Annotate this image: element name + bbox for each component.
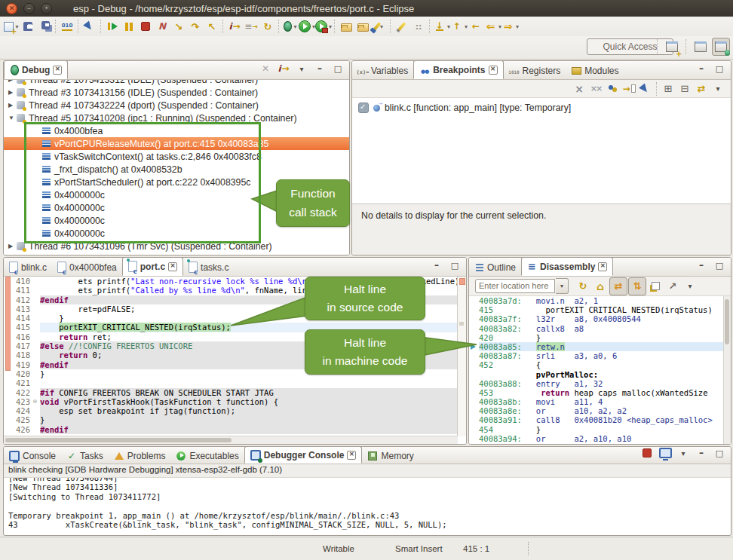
mark-occurrences-button[interactable] xyxy=(394,18,410,35)
overview-ruler[interactable] xyxy=(457,277,466,436)
fold-marker-icon[interactable] xyxy=(33,323,40,332)
instruction-stepping-button[interactable] xyxy=(226,18,243,35)
open-perspective-button[interactable] xyxy=(664,38,680,55)
terminate-button[interactable] xyxy=(639,446,655,461)
debug-tree-row[interactable]: ▼ Thread #5 1073410208 (ipc1 : Running) … xyxy=(4,112,349,124)
debug-tree-row[interactable]: ▶ Thread #4 1073432224 (dport) (Suspende… xyxy=(4,99,349,112)
resume-button[interactable] xyxy=(104,18,121,35)
disassembly-line[interactable]: pvPortMalloc: xyxy=(469,370,731,379)
code-line[interactable]: 421 xyxy=(4,378,466,387)
disassembly-line[interactable]: 40083a8e: or a10, a2, a2 xyxy=(469,406,731,415)
fold-marker-icon[interactable] xyxy=(33,304,40,314)
new-wizard-button[interactable] xyxy=(3,18,20,35)
step-return-button[interactable] xyxy=(204,18,220,35)
disassembly-line[interactable]: 40083a88: entry a1, 32 xyxy=(469,379,731,388)
code-line[interactable]: 422 #if CONFIG_FREERTOS_BREAK_ON_SCHEDUL… xyxy=(4,388,466,397)
view-menu-button[interactable] xyxy=(682,278,698,295)
minimize-view-button[interactable] xyxy=(693,446,710,461)
view-menu-button[interactable] xyxy=(293,60,310,77)
open-element-button[interactable] xyxy=(354,18,371,35)
resume-at-line-button[interactable] xyxy=(259,18,276,35)
code-line[interactable]: 419 #endif xyxy=(4,360,466,369)
tab-blink-c[interactable]: blink.c ✕ xyxy=(4,259,52,276)
code-line[interactable]: 412 #endif xyxy=(4,295,466,304)
debug-tree-row[interactable]: 0x4000000c xyxy=(4,188,349,201)
debug-tree-row[interactable]: xPortStartScheduler() at port.c:222 0x40… xyxy=(4,176,349,188)
external-tools-button[interactable] xyxy=(315,18,332,35)
expand-all-button[interactable] xyxy=(660,81,676,97)
debug-tree-row[interactable]: vPortCPUReleaseMutex() at port.c:415 0x4… xyxy=(4,137,349,150)
disassembly-line[interactable]: 452 { xyxy=(469,360,731,369)
code-line[interactable]: 410 ets_printf("Last non-recursive lock … xyxy=(4,277,466,286)
previous-edit-button[interactable] xyxy=(468,18,484,35)
code-line[interactable]: 426 #endif xyxy=(4,425,466,434)
close-icon[interactable]: ✕ xyxy=(489,66,498,75)
code-line[interactable]: 418 return 0; xyxy=(4,350,466,360)
tab-outline[interactable]: Outline ✕ xyxy=(469,259,521,276)
minimize-view-button[interactable] xyxy=(311,60,328,77)
debug-tree-row[interactable]: 0x4000000c xyxy=(4,214,349,227)
breakpoint-checkbox[interactable] xyxy=(358,103,369,113)
debug-button[interactable] xyxy=(282,18,299,35)
code-line[interactable]: 413 ret=pdFALSE; xyxy=(4,304,466,314)
close-icon[interactable]: ✕ xyxy=(53,66,62,75)
show-breakpoints-for-selection-button[interactable] xyxy=(604,81,621,97)
location-input[interactable]: Enter location here xyxy=(475,279,555,293)
next-annotation-button[interactable] xyxy=(450,18,468,35)
fold-marker-icon[interactable] xyxy=(33,369,40,378)
debug-tree-row[interactable]: vTaskSwitchContext() at tasks.c:2,846 0x… xyxy=(4,150,349,163)
search-button[interactable] xyxy=(371,18,388,35)
code-line[interactable]: 423 void vPortFirstTaskHook(TaskFunction… xyxy=(4,397,466,406)
console-list-button[interactable] xyxy=(675,446,692,461)
code-line[interactable]: 411 ets_printf("Called by %s line %d\n",… xyxy=(4,286,466,295)
disassembly-line[interactable]: 415 portEXIT_CRITICAL_NESTED(irqStatus) xyxy=(469,305,731,314)
fold-marker-icon[interactable] xyxy=(33,425,40,434)
forward-button[interactable] xyxy=(501,18,519,35)
twisty-icon[interactable]: ▶ xyxy=(8,243,17,249)
save-all-button[interactable] xyxy=(36,18,53,35)
tab-breakpoints[interactable]: Breakpoints ✕ xyxy=(413,61,503,79)
fold-marker-icon[interactable] xyxy=(33,378,40,387)
skip-all-breakpoints-button[interactable] xyxy=(81,18,98,35)
tab-modules[interactable]: Modules ✕ xyxy=(566,62,624,79)
disassembly-listing[interactable]: 40083a7d: movi.n a2, 1 415 portEXIT_CRIT… xyxy=(469,296,731,444)
debug-tree-row[interactable]: 0x4000000c xyxy=(4,201,349,214)
tab-executables[interactable]: Executables ✕ xyxy=(170,448,244,464)
code-line[interactable]: 424 esp_set_breakpoint_if_jtag(function)… xyxy=(4,406,466,415)
new-project-button[interactable] xyxy=(338,18,354,35)
minimize-view-button[interactable] xyxy=(693,60,710,77)
location-dropdown-icon[interactable]: ▾ xyxy=(556,278,569,294)
fold-marker-icon[interactable] xyxy=(33,350,40,360)
twisty-icon[interactable]: ▶ xyxy=(8,80,17,83)
minimize-button[interactable]: – xyxy=(23,3,35,14)
fold-marker-icon[interactable] xyxy=(33,360,40,369)
tab-debug[interactable]: Debug ✕ xyxy=(4,61,68,79)
code-line[interactable]: 417 #else //!CONFIG_FREERTOS_UNICORE xyxy=(4,341,466,350)
export-button[interactable] xyxy=(664,278,681,295)
remove-terminated-button[interactable] xyxy=(257,60,274,77)
breakpoint-row[interactable]: blink.c [function: app_main] [type: Temp… xyxy=(352,101,731,115)
instruction-stepping-button[interactable] xyxy=(275,60,292,77)
minimize-view-button[interactable] xyxy=(428,257,445,274)
fold-marker-icon[interactable] xyxy=(33,314,40,323)
maximize-view-button[interactable] xyxy=(711,60,728,77)
debug-tree-row[interactable]: ▶ Thread #3 1073413156 (IDLE) (Suspended… xyxy=(4,86,349,99)
maximize-view-button[interactable] xyxy=(711,446,728,461)
last-edit-location-button[interactable] xyxy=(433,18,450,35)
code-line[interactable]: 420 } xyxy=(4,369,466,378)
tab-debugger-console[interactable]: Debugger Console ✕ xyxy=(244,447,363,464)
close-icon[interactable]: ✕ xyxy=(347,451,356,460)
twisty-icon[interactable]: ▶ xyxy=(8,102,17,109)
fold-marker-icon[interactable] xyxy=(33,388,40,397)
disassembly-line[interactable]: 40083a7f: l32r a8, 0x40080544 xyxy=(469,314,731,323)
disassembly-line[interactable]: 40083a85: retw.n xyxy=(469,342,731,351)
close-button[interactable]: ✕ xyxy=(6,3,17,14)
view-menu-button[interactable] xyxy=(710,81,726,97)
disassembly-line[interactable]: 40083a82: callx8 a8 xyxy=(469,324,731,333)
open-new-view-button[interactable] xyxy=(647,278,664,295)
skip-all-breakpoints-toggle[interactable] xyxy=(637,81,654,97)
tab-console[interactable]: Console ✕ xyxy=(4,448,61,464)
remove-all-breakpoints-button[interactable] xyxy=(587,81,604,97)
disassembly-line[interactable]: 40083a87: srli a3, a0, 6 xyxy=(469,351,731,360)
debug-tree-row[interactable]: ▶ Thread #6 1073431096 (Tmr Svc) (Suspen… xyxy=(4,240,349,252)
